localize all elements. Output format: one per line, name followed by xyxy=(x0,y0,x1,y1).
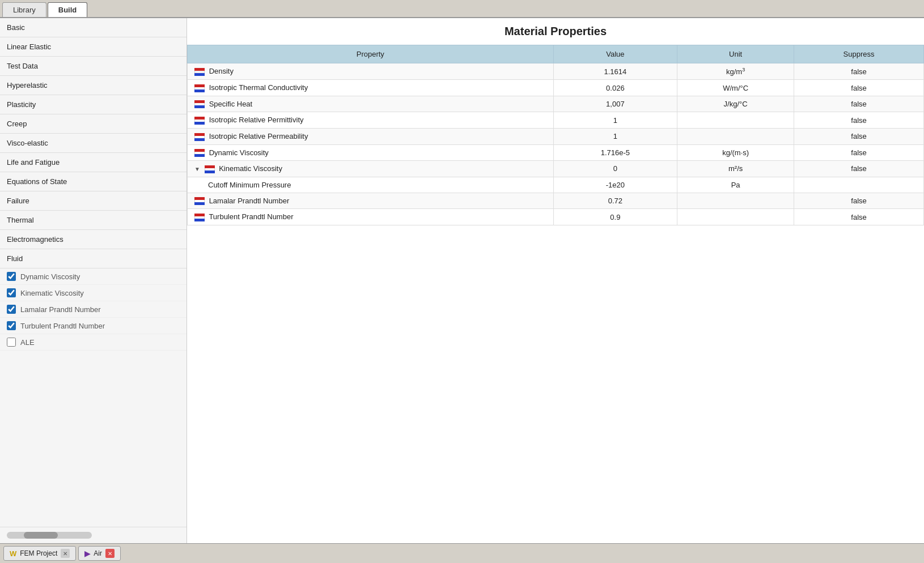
val-kinematic-viscosity: 0 xyxy=(553,161,677,177)
col-value: Value xyxy=(553,45,677,63)
suppress-lamalar-prandtl: false xyxy=(794,193,924,209)
checkbox-kinematic-viscosity[interactable]: Kinematic Viscosity xyxy=(0,285,187,301)
fem-project-icon: W xyxy=(10,549,16,558)
sidebar-fluid-header: Fluid xyxy=(0,249,187,268)
flag-icon xyxy=(194,149,205,157)
sidebar-item-electromagnetics[interactable]: Electromagnetics xyxy=(0,230,187,249)
suppress-specific-heat: false xyxy=(794,96,924,112)
content-area: Basic Linear Elastic Test Data Hyperelas… xyxy=(0,18,924,543)
flag-icon xyxy=(194,214,205,221)
sidebar-item-hyperelastic[interactable]: Hyperelastic xyxy=(0,76,187,95)
sidebar-item-basic[interactable]: Basic xyxy=(0,18,187,37)
col-unit: Unit xyxy=(677,45,794,63)
sidebar-item-life-fatigue[interactable]: Life and Fatigue xyxy=(0,153,187,172)
checkbox-kinematic-viscosity-label: Kinematic Viscosity xyxy=(20,289,84,297)
suppress-turbulent-prandtl: false xyxy=(794,209,924,225)
checkbox-dynamic-viscosity-label: Dynamic Viscosity xyxy=(20,272,80,281)
scrollbar-thumb[interactable] xyxy=(24,532,58,539)
checkbox-ale-input[interactable] xyxy=(7,338,16,347)
checkbox-lamalar-prandtl[interactable]: Lamalar Prandtl Number xyxy=(0,301,187,318)
unit-specific-heat: J/kg/°C xyxy=(677,96,794,112)
sidebar-item-creep[interactable]: Creep xyxy=(0,114,187,134)
tab-build[interactable]: Build xyxy=(48,2,88,17)
unit-kinematic-viscosity: m²/s xyxy=(677,161,794,177)
svg-rect-14 xyxy=(194,133,205,136)
bottom-tab-bar: W FEM Project ✕ ▶ Air ✕ xyxy=(0,543,924,563)
svg-rect-12 xyxy=(194,122,205,125)
checkbox-turbulent-prandtl[interactable]: Turbulent Prandtl Number xyxy=(0,318,187,334)
unit-lamalar-prandtl xyxy=(677,193,794,209)
bottom-tab-air[interactable]: ▶ Air ✕ xyxy=(78,546,121,561)
svg-rect-8 xyxy=(194,100,205,103)
checkbox-ale[interactable]: ALE xyxy=(0,334,187,351)
scrollbar-track[interactable] xyxy=(7,532,92,539)
flag-icon xyxy=(194,68,205,76)
val-density: 1.1614 xyxy=(553,63,677,80)
checkbox-lamalar-prandtl-input[interactable] xyxy=(7,305,16,314)
suppress-density: false xyxy=(794,63,924,80)
val-cutoff-min-pressure: -1e20 xyxy=(553,177,677,193)
unit-cutoff-min-pressure: Pa xyxy=(677,177,794,193)
table-row[interactable]: Lamalar Prandtl Number 0.72 false xyxy=(188,193,924,209)
col-suppress: Suppress xyxy=(794,45,924,63)
prop-lamalar-prandtl: Lamalar Prandtl Number xyxy=(188,193,554,209)
sidebar-item-linear-elastic[interactable]: Linear Elastic xyxy=(0,37,187,57)
table-row[interactable]: ▼ Kinematic Viscosity 0 m²/s false xyxy=(188,161,924,177)
svg-rect-15 xyxy=(194,138,205,141)
fem-project-close-button[interactable]: ✕ xyxy=(61,549,70,558)
prop-cutoff-min-pressure: Cutoff Minimum Pressure xyxy=(188,177,554,193)
flag-icon xyxy=(194,100,205,108)
prop-dynamic-viscosity: Dynamic Viscosity xyxy=(188,144,554,161)
val-dynamic-viscosity: 1.716e-5 xyxy=(553,144,677,161)
table-scroll[interactable]: Property Value Unit Suppress xyxy=(187,45,924,543)
svg-rect-26 xyxy=(194,214,205,216)
prop-kinematic-viscosity: ▼ Kinematic Viscosity xyxy=(188,161,554,177)
unit-dynamic-viscosity: kg/(m·s) xyxy=(677,144,794,161)
svg-rect-9 xyxy=(194,105,205,108)
table-row[interactable]: Density 1.1614 kg/m3 false xyxy=(188,63,924,80)
table-row[interactable]: Isotropic Thermal Conductivity 0.026 W/m… xyxy=(188,80,924,96)
svg-rect-17 xyxy=(194,149,205,152)
flag-icon xyxy=(194,197,205,205)
checkbox-dynamic-viscosity[interactable]: Dynamic Viscosity xyxy=(0,268,187,285)
suppress-cutoff-min-pressure xyxy=(794,177,924,193)
checkbox-turbulent-prandtl-label: Turbulent Prandtl Number xyxy=(20,322,105,330)
checkbox-dynamic-viscosity-input[interactable] xyxy=(7,272,16,281)
flag-icon xyxy=(194,133,205,141)
sidebar-item-failure[interactable]: Failure xyxy=(0,191,187,211)
sidebar-scrollbar[interactable] xyxy=(0,527,187,543)
table-row[interactable]: Isotropic Relative Permeability 1 false xyxy=(188,129,924,145)
checkbox-lamalar-prandtl-label: Lamalar Prandtl Number xyxy=(20,305,101,314)
table-row[interactable]: Cutoff Minimum Pressure -1e20 Pa xyxy=(188,177,924,193)
sidebar-item-plasticity[interactable]: Plasticity xyxy=(0,95,187,114)
checkbox-turbulent-prandtl-input[interactable] xyxy=(7,321,16,330)
tab-bar: Library Build xyxy=(0,0,924,18)
table-row[interactable]: Turbulent Prandtl Number 0.9 false xyxy=(188,209,924,225)
tab-library[interactable]: Library xyxy=(2,2,46,17)
chevron-down-icon[interactable]: ▼ xyxy=(194,166,200,172)
air-label: Air xyxy=(94,549,102,557)
sidebar-item-thermal[interactable]: Thermal xyxy=(0,211,187,230)
table-row[interactable]: Specific Heat 1,007 J/kg/°C false xyxy=(188,96,924,112)
bottom-tab-fem-project[interactable]: W FEM Project ✕ xyxy=(3,546,76,561)
checkbox-ale-label: ALE xyxy=(20,338,35,347)
val-thermal-cond: 0.026 xyxy=(553,80,677,96)
prop-thermal-cond: Isotropic Thermal Conductivity xyxy=(188,80,554,96)
flag-icon xyxy=(205,165,215,173)
sidebar-item-equations-state[interactable]: Equations of State xyxy=(0,172,187,191)
svg-rect-27 xyxy=(194,219,205,221)
unit-permittivity xyxy=(677,112,794,129)
air-close-button[interactable]: ✕ xyxy=(105,549,115,558)
table-row[interactable]: Dynamic Viscosity 1.716e-5 kg/(m·s) fals… xyxy=(188,144,924,161)
val-permeability: 1 xyxy=(553,129,677,145)
page-title: Material Properties xyxy=(187,18,924,45)
table-row[interactable]: Isotropic Relative Permittivity 1 false xyxy=(188,112,924,129)
prop-permeability: Isotropic Relative Permeability xyxy=(188,129,554,145)
suppress-permeability: false xyxy=(794,129,924,145)
prop-specific-heat: Specific Heat xyxy=(188,96,554,112)
unit-turbulent-prandtl xyxy=(677,209,794,225)
sidebar-item-visco-elastic[interactable]: Visco-elastic xyxy=(0,134,187,153)
col-property: Property xyxy=(188,45,554,63)
sidebar-item-test-data[interactable]: Test Data xyxy=(0,57,187,76)
checkbox-kinematic-viscosity-input[interactable] xyxy=(7,288,16,297)
